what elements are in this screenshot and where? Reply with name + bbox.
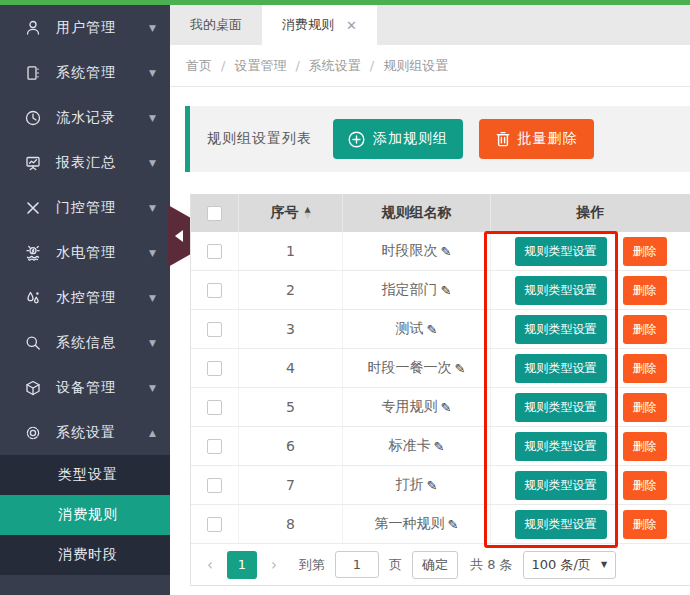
breadcrumb-rule-group-settings: 规则组设置 <box>383 57 448 75</box>
current-page-button[interactable]: 1 <box>227 551 257 579</box>
edit-pencil-icon[interactable]: ✎ <box>441 400 452 415</box>
sidebar-item-label: 系统信息 <box>56 334 149 352</box>
edit-pencil-icon[interactable]: ✎ <box>427 322 438 337</box>
collapse-arrow-icon <box>175 230 183 242</box>
edit-pencil-icon[interactable]: ✎ <box>427 478 438 493</box>
breadcrumb-system-settings[interactable]: 系统设置 <box>309 57 361 75</box>
pagination: ‹ 1 › 到第 页 确定 共 8 条 100 条/页 ▼ <box>191 544 690 585</box>
chevron-down-icon: ▼ <box>601 560 607 569</box>
plus-circle-icon <box>348 131 365 148</box>
row-index: 7 <box>286 477 295 493</box>
edit-pencil-icon[interactable]: ✎ <box>441 244 452 259</box>
confirm-button[interactable]: 确定 <box>412 551 458 579</box>
water-drops-icon <box>22 288 44 308</box>
add-rule-group-button[interactable]: 添加规则组 <box>333 119 463 159</box>
sidebar-item-user-management[interactable]: 用户管理 ▼ <box>0 5 170 50</box>
page-size-value: 100 条/页 <box>532 556 591 574</box>
page-size-select[interactable]: 100 条/页 ▼ <box>523 551 616 579</box>
table-row: 1 时段限次✎ 规则类型设置 删除 <box>191 232 690 271</box>
row-checkbox[interactable] <box>207 439 222 454</box>
row-checkbox[interactable] <box>207 283 222 298</box>
search-icon <box>22 333 44 353</box>
sidebar-item-label: 用户管理 <box>56 19 149 37</box>
delete-button[interactable]: 删除 <box>623 393 667 422</box>
sidebar-item-door-control[interactable]: 门控管理 ▼ <box>0 185 170 230</box>
sidebar-item-system-settings[interactable]: 系统设置 ▲ <box>0 410 170 455</box>
submenu-item-consumption-periods[interactable]: 消费时段 <box>0 535 170 575</box>
row-checkbox[interactable] <box>207 517 222 532</box>
clock-icon <box>22 108 44 128</box>
delete-button[interactable]: 删除 <box>623 315 667 344</box>
batch-delete-button[interactable]: 批量删除 <box>479 119 594 159</box>
chevron-down-icon: ▼ <box>149 248 156 258</box>
report-icon <box>22 153 44 173</box>
delete-button[interactable]: 删除 <box>623 510 667 539</box>
chevron-down-icon: ▼ <box>149 293 156 303</box>
rule-group-name: 第一种规则 <box>375 515 445 533</box>
chevron-down-icon: ▼ <box>149 383 156 393</box>
rule-group-name: 标准卡 <box>389 437 431 455</box>
rule-type-settings-button[interactable]: 规则类型设置 <box>515 315 607 344</box>
sidebar-item-label: 系统管理 <box>56 64 149 82</box>
row-checkbox[interactable] <box>207 478 222 493</box>
rule-type-settings-button[interactable]: 规则类型设置 <box>515 354 607 383</box>
prev-page-icon[interactable]: ‹ <box>203 556 217 574</box>
next-page-icon[interactable]: › <box>267 556 281 574</box>
submenu-item-type-settings[interactable]: 类型设置 <box>0 455 170 495</box>
sidebar-item-flow-records[interactable]: 流水记录 ▼ <box>0 95 170 140</box>
rule-group-name: 指定部门 <box>382 281 438 299</box>
tab-bar: 我的桌面 消费规则 ✕ <box>170 5 690 45</box>
water-electric-icon <box>22 243 44 263</box>
sidebar-item-utility-management[interactable]: 水电管理 ▼ <box>0 230 170 275</box>
row-index: 1 <box>286 243 295 259</box>
rule-type-settings-button[interactable]: 规则类型设置 <box>515 237 607 266</box>
breadcrumb: 首页 / 设置管理 / 系统设置 / 规则组设置 <box>170 45 690 87</box>
rule-type-settings-button[interactable]: 规则类型设置 <box>515 393 607 422</box>
sidebar-item-system-management[interactable]: 系统管理 ▼ <box>0 50 170 95</box>
sidebar: 用户管理 ▼ 系统管理 ▼ 流水记录 ▼ 报表汇总 ▼ <box>0 5 170 595</box>
submenu-item-consumption-rules[interactable]: 消费规则 <box>0 495 170 535</box>
header-name: 规则组名称 <box>382 204 452 222</box>
rule-group-name: 测试 <box>396 320 424 338</box>
row-checkbox[interactable] <box>207 361 222 376</box>
breadcrumb-settings-management[interactable]: 设置管理 <box>234 57 286 75</box>
row-checkbox[interactable] <box>207 400 222 415</box>
delete-button[interactable]: 删除 <box>623 432 667 461</box>
gear-icon <box>22 423 44 443</box>
breadcrumb-home[interactable]: 首页 <box>186 57 212 75</box>
user-icon <box>22 18 44 38</box>
tab-my-desktop[interactable]: 我的桌面 <box>170 5 262 45</box>
sort-icon[interactable]: ▲▼ <box>304 207 310 219</box>
rule-type-settings-button[interactable]: 规则类型设置 <box>515 276 607 305</box>
edit-pencil-icon[interactable]: ✎ <box>441 283 452 298</box>
select-all-checkbox[interactable] <box>207 206 222 221</box>
close-icon[interactable]: ✕ <box>346 19 357 32</box>
total-count-label: 共 8 条 <box>470 556 513 574</box>
delete-button[interactable]: 删除 <box>623 354 667 383</box>
goto-page-input[interactable] <box>335 551 379 578</box>
sidebar-item-report-summary[interactable]: 报表汇总 ▼ <box>0 140 170 185</box>
row-index: 6 <box>286 438 295 454</box>
row-checkbox[interactable] <box>207 244 222 259</box>
row-checkbox[interactable] <box>207 322 222 337</box>
edit-pencil-icon[interactable]: ✎ <box>448 517 459 532</box>
sidebar-item-device-management[interactable]: 设备管理 ▼ <box>0 365 170 410</box>
rule-type-settings-button[interactable]: 规则类型设置 <box>515 471 607 500</box>
row-index: 4 <box>286 360 295 376</box>
sidebar-item-water-control[interactable]: 水控管理 ▼ <box>0 275 170 320</box>
sidebar-item-system-info[interactable]: 系统信息 ▼ <box>0 320 170 365</box>
edit-pencil-icon[interactable]: ✎ <box>455 361 466 376</box>
delete-button[interactable]: 删除 <box>623 237 667 266</box>
chevron-up-icon: ▲ <box>149 428 156 438</box>
breadcrumb-separator: / <box>370 58 374 73</box>
delete-button[interactable]: 删除 <box>623 276 667 305</box>
delete-button[interactable]: 删除 <box>623 471 667 500</box>
rule-group-name: 专用规则 <box>382 398 438 416</box>
edit-pencil-icon[interactable]: ✎ <box>434 439 445 454</box>
rule-type-settings-button[interactable]: 规则类型设置 <box>515 510 607 539</box>
tab-consumption-rules[interactable]: 消费规则 ✕ <box>262 5 377 45</box>
row-index: 3 <box>286 321 295 337</box>
rule-type-settings-button[interactable]: 规则类型设置 <box>515 432 607 461</box>
settings-submenu: 类型设置 消费规则 消费时段 <box>0 455 170 575</box>
sidebar-item-label: 流水记录 <box>56 109 149 127</box>
